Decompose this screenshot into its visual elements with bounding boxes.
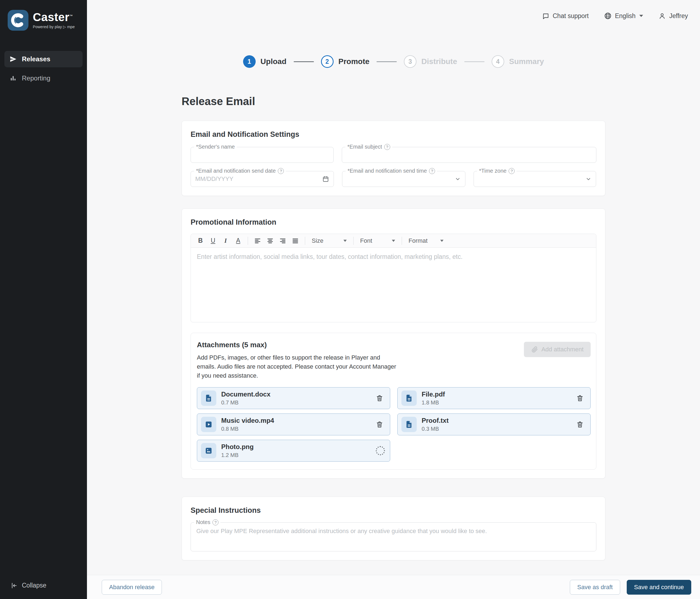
stepper-step-summary[interactable]: 4 Summary (492, 55, 544, 68)
email-notification-settings-card: Email and Notification Settings *Sender'… (181, 121, 605, 196)
help-icon[interactable]: ? (429, 168, 435, 174)
settings-section-title: Email and Notification Settings (191, 130, 596, 139)
help-icon[interactable]: ? (508, 168, 515, 174)
attachments-grid: Document.docx 0.7 MB File.pdf 1.8 MB (197, 387, 591, 462)
help-icon[interactable]: ? (278, 168, 284, 174)
save-as-draft-button[interactable]: Save as draft (570, 580, 620, 595)
footer-right-actions: Save as draft Save and continue (570, 580, 691, 595)
attachment-item: Document.docx 0.7 MB (197, 387, 390, 409)
justify-button[interactable] (290, 236, 301, 246)
trash-icon (576, 421, 584, 428)
chevron-down-icon[interactable] (585, 176, 592, 182)
file-type-chip (401, 417, 417, 432)
sender-name-field[interactable]: *Sender's name (191, 147, 333, 163)
send-time-label: *Email and notification send time (348, 168, 427, 174)
file-name: Proof.txt (422, 417, 449, 425)
step-number: 2 (321, 55, 333, 68)
attachments-description: Add PDFs, images, or other files to supp… (197, 353, 399, 380)
editor-toolbar: B U I A (191, 234, 596, 248)
promo-section-title: Promotional Information (191, 218, 596, 226)
step-label: Promote (339, 57, 370, 66)
user-menu[interactable]: Jeffrey (658, 12, 688, 20)
trademark: ™ (70, 14, 73, 18)
send-date-field[interactable]: *Email and notification send date ? (191, 171, 334, 187)
upload-spinner-icon (376, 446, 385, 455)
delete-attachment-button[interactable] (574, 419, 585, 430)
language-selector[interactable]: English (604, 12, 643, 20)
footer-action-bar: Abandon release Save as draft Save and c… (87, 575, 700, 599)
align-center-button[interactable] (265, 236, 276, 246)
globe-icon (604, 12, 612, 20)
collapse-icon (10, 582, 18, 589)
file-name: Music video.mp4 (221, 417, 274, 425)
step-label: Summary (509, 57, 544, 66)
align-left-button[interactable] (252, 236, 263, 246)
notes-field[interactable]: Notes ? (191, 522, 596, 551)
file-meta: Music video.mp4 0.8 MB (221, 417, 274, 432)
file-meta: File.pdf 1.8 MB (422, 390, 445, 406)
send-date-label: *Email and notification send date (196, 168, 276, 174)
align-right-button[interactable] (277, 236, 289, 246)
editor-placeholder: Enter artist information, social media l… (197, 253, 590, 261)
sidebar-item-label: Releases (22, 55, 50, 63)
topbar: Chat support English Jeffrey (87, 0, 700, 25)
step-connector (377, 61, 397, 62)
file-type-chip (201, 417, 216, 432)
notes-label: Notes (196, 519, 210, 525)
collapse-label: Collapse (22, 582, 47, 589)
help-icon[interactable]: ? (384, 144, 390, 150)
file-name: Photo.png (221, 443, 254, 451)
calendar-icon[interactable] (322, 175, 329, 183)
italic-button[interactable]: I (220, 236, 231, 246)
bold-button[interactable]: B (195, 236, 206, 246)
delete-attachment-button[interactable] (374, 393, 385, 404)
send-time-field[interactable]: *Email and notification send time ? (342, 171, 466, 187)
rich-text-editor: B U I A (191, 234, 596, 322)
chevron-down-icon[interactable] (455, 176, 461, 182)
chat-support-button[interactable]: Chat support (542, 12, 589, 20)
chevron-down-icon (392, 240, 395, 242)
sidebar-nav: Releases Reporting (0, 51, 87, 87)
stepper-step-distribute[interactable]: 3 Distribute (404, 55, 457, 68)
abandon-release-button[interactable]: Abandon release (102, 580, 162, 595)
file-type-chip (201, 390, 216, 406)
delete-attachment-button[interactable] (574, 393, 585, 404)
format-dropdown[interactable]: Format (406, 236, 446, 246)
save-and-continue-button[interactable]: Save and continue (627, 580, 691, 595)
file-size: 0.3 MB (422, 426, 449, 432)
underline-button[interactable]: U (207, 236, 219, 246)
text-color-button[interactable]: A (232, 236, 244, 246)
logo-text: Caster™ Powered by play ▷ mpe (33, 11, 75, 29)
add-attachment-label: Add attachment (542, 346, 583, 353)
app-logo[interactable]: Caster™ Powered by play ▷ mpe (0, 0, 87, 33)
sidebar-item-reporting[interactable]: Reporting (4, 70, 82, 87)
sidebar-item-releases[interactable]: Releases (4, 51, 82, 67)
user-icon (658, 12, 666, 20)
font-dropdown[interactable]: Font (357, 236, 398, 246)
delete-attachment-button[interactable] (374, 419, 385, 430)
file-size: 1.8 MB (422, 400, 445, 406)
email-subject-label: *Email subject (347, 144, 382, 150)
file-name: Document.docx (221, 390, 270, 398)
image-file-icon (204, 447, 213, 455)
sidebar: Caster™ Powered by play ▷ mpe Releases R… (0, 0, 87, 599)
bar-chart-icon (9, 74, 17, 82)
stepper-step-upload[interactable]: 1 Upload (243, 55, 286, 68)
chat-support-label: Chat support (553, 12, 589, 20)
document-file-icon (405, 420, 413, 429)
time-zone-field[interactable]: *Time zone ? (474, 171, 596, 187)
promotional-information-card: Promotional Information B U I A (181, 209, 605, 479)
chat-icon (542, 12, 549, 20)
help-icon[interactable]: ? (212, 519, 219, 525)
size-dropdown[interactable]: Size (309, 236, 349, 246)
brand-tagline: Powered by play ▷ mpe (33, 25, 75, 29)
editor-content-area[interactable]: Enter artist information, social media l… (191, 248, 596, 322)
notes-textarea[interactable] (191, 523, 596, 551)
attachment-item: Proof.txt 0.3 MB (397, 413, 591, 435)
stepper-step-promote[interactable]: 2 Promote (321, 55, 370, 68)
add-attachment-button[interactable]: Add attachment (524, 342, 591, 357)
collapse-sidebar-button[interactable]: Collapse (0, 582, 87, 599)
special-section-title: Special Instructions (191, 506, 596, 515)
email-subject-field[interactable]: *Email subject ? (342, 147, 596, 163)
content-column: Release Email Email and Notification Set… (181, 68, 605, 560)
